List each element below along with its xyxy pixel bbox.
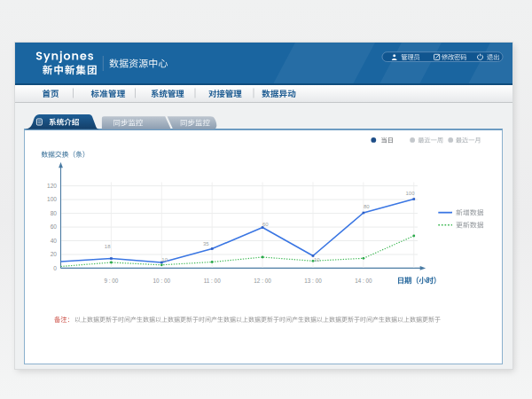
svg-text:9 : 00: 9 : 00 xyxy=(104,278,118,284)
svg-text:80: 80 xyxy=(51,210,58,216)
svg-text:100: 100 xyxy=(47,196,57,202)
svg-text:120: 120 xyxy=(47,183,57,189)
svg-text:80: 80 xyxy=(364,204,370,209)
svg-text:40: 40 xyxy=(51,238,58,244)
svg-text:11 : 00: 11 : 00 xyxy=(204,278,222,284)
svg-text:60: 60 xyxy=(262,222,269,227)
svg-text:60: 60 xyxy=(51,223,58,230)
svg-text:18: 18 xyxy=(105,244,111,249)
svg-text:100: 100 xyxy=(406,191,416,196)
svg-text:10: 10 xyxy=(314,257,320,262)
svg-text:10 : 00: 10 : 00 xyxy=(153,278,171,284)
svg-text:20: 20 xyxy=(51,251,58,257)
svg-text:12 : 00: 12 : 00 xyxy=(254,278,271,284)
svg-text:10: 10 xyxy=(161,257,168,262)
svg-text:13 : 00: 13 : 00 xyxy=(304,278,322,284)
svg-text:14 : 00: 14 : 00 xyxy=(355,278,372,284)
svg-text:0: 0 xyxy=(53,265,57,271)
svg-text:35: 35 xyxy=(203,241,209,246)
